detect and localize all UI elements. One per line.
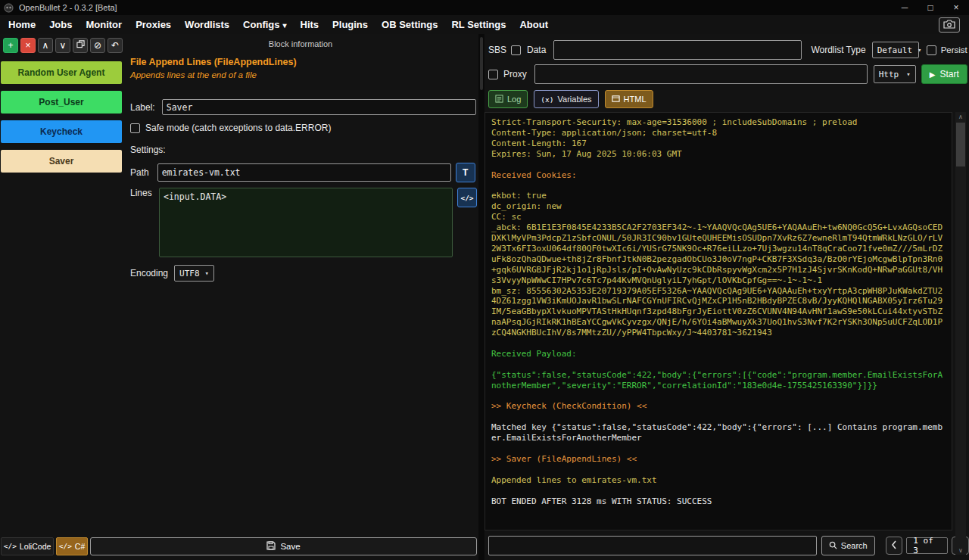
wordlist-type-label: Wordlist Type: [811, 45, 865, 55]
log-scrollbar[interactable]: ∧ ∨: [955, 112, 966, 555]
menu-item-ob-settings[interactable]: OB Settings: [375, 19, 444, 30]
proxy-label: Proxy: [503, 69, 527, 79]
sbs-checkbox[interactable]: [511, 45, 521, 55]
block-subtitle: Appends lines at the end of a file: [130, 70, 257, 79]
log-line: Appended lines to emirates-vm.txt: [491, 475, 946, 486]
search-button[interactable]: Search: [821, 536, 875, 555]
search-input[interactable]: [488, 536, 817, 555]
window-title: OpenBullet 2 - 0.3.2 [Beta]: [19, 3, 117, 12]
clone-block-button[interactable]: [73, 38, 88, 53]
panel-divider[interactable]: [478, 34, 484, 560]
minimize-button[interactable]: ─: [892, 0, 918, 15]
csharp-tab-label: C#: [75, 542, 85, 551]
code-mode-button[interactable]: </>: [457, 188, 477, 207]
chevron-down-icon: ▾: [283, 21, 287, 30]
menu-item-wordlists[interactable]: Wordlists: [178, 19, 236, 30]
stacker-block[interactable]: Saver: [1, 150, 122, 173]
search-icon: [829, 541, 837, 551]
debug-log[interactable]: Strict-Transport-Security: max-age=31536…: [484, 112, 952, 530]
clone-icon: [76, 40, 85, 51]
encoding-select[interactable]: UTF8 ▾: [174, 265, 214, 282]
screenshot-button[interactable]: [939, 17, 960, 33]
menu-item-rl-settings[interactable]: RL Settings: [444, 19, 513, 30]
menu-item-plugins[interactable]: Plugins: [326, 19, 375, 30]
scrollbar-thumb[interactable]: [956, 123, 965, 166]
proxy-type-select[interactable]: Http ▾: [874, 65, 916, 83]
wordlist-type-select[interactable]: Default ▾: [872, 42, 919, 58]
block-info-panel: Block information File Append Lines (Fil…: [123, 34, 478, 536]
lines-textarea[interactable]: <input.DATA>: [159, 188, 453, 257]
chevron-left-icon: [891, 539, 897, 552]
csharp-tab[interactable]: </> C#: [56, 537, 88, 555]
scroll-up-icon[interactable]: ∧: [955, 112, 966, 121]
app-window: OpenBullet 2 - 0.3.2 [Beta] ─ □ × HomeJo…: [0, 0, 969, 560]
undo-button[interactable]: ↶: [107, 38, 123, 53]
persist-log-checkbox[interactable]: [927, 45, 936, 55]
log-line: [491, 338, 946, 349]
log-line: >> Keycheck (CheckCondition) <<: [491, 401, 946, 412]
prev-page-button[interactable]: [886, 537, 903, 555]
log-line: {"status":false,"statusCode":422,"body":…: [491, 370, 946, 391]
menu-item-about[interactable]: About: [513, 19, 555, 30]
start-button[interactable]: ▶ Start: [921, 64, 967, 84]
stacker-block[interactable]: Post_User: [1, 91, 122, 114]
log-line: [491, 465, 946, 475]
persist-log-label: Persist log: [941, 45, 969, 54]
text-mode-button[interactable]: T: [456, 163, 475, 182]
variables-tab[interactable]: (x) Variables: [534, 90, 598, 108]
menu-item-configs[interactable]: Configs▾: [236, 19, 293, 30]
log-tab[interactable]: Log: [488, 90, 528, 108]
menu-item-proxies[interactable]: Proxies: [129, 19, 178, 30]
log-line: [491, 443, 946, 454]
log-line: Matched key {"status":false,"statusCode"…: [491, 422, 946, 443]
move-up-button[interactable]: ∧: [38, 38, 53, 53]
safe-mode-checkbox[interactable]: [130, 123, 140, 133]
block-information-header: Block information: [123, 39, 478, 48]
menu-item-jobs[interactable]: Jobs: [42, 19, 79, 30]
log-line: [491, 486, 946, 496]
log-line: >> Saver (FileAppendLines) <<: [491, 454, 946, 465]
log-line: ekbot: true: [491, 191, 946, 201]
stacker-blocks: Random User AgentPost_UserKeycheckSaver: [1, 61, 122, 173]
remove-block-button[interactable]: ×: [20, 38, 36, 53]
menu-item-hits[interactable]: Hits: [294, 19, 326, 30]
log-line: Strict-Transport-Security: max-age=31536…: [491, 117, 946, 128]
log-line: CC: sc: [491, 212, 946, 222]
proxy-input[interactable]: [534, 64, 868, 84]
debugger-panel: SBS Data Wordlist Type Default ▾ Persist…: [484, 34, 969, 560]
proxy-checkbox[interactable]: [488, 70, 498, 79]
label-field-label: Label:: [130, 102, 155, 113]
variables-icon: (x): [541, 95, 553, 104]
variables-tab-label: Variables: [558, 95, 592, 104]
lolicode-tab[interactable]: </> LoliCode: [1, 537, 54, 555]
log-icon: [495, 95, 503, 104]
html-tab[interactable]: HTML: [605, 90, 653, 108]
menu-item-home[interactable]: Home: [2, 19, 42, 30]
close-button[interactable]: ×: [943, 0, 969, 15]
menu-item-monitor[interactable]: Monitor: [79, 19, 129, 30]
block-title: File Append Lines (FileAppendLines): [130, 57, 297, 67]
block-label-input[interactable]: [162, 99, 476, 115]
log-line: BOT ENDED AFTER 3128 ms WITH STATUS: SUC…: [491, 496, 946, 507]
chevron-down-icon: ▾: [918, 46, 921, 54]
data-input[interactable]: [553, 40, 802, 60]
window-controls: ─ □ ×: [892, 0, 969, 15]
move-down-button[interactable]: ∨: [55, 38, 70, 53]
menubar-items: HomeJobsMonitorProxiesWordlistsConfigs▾H…: [2, 19, 555, 30]
lines-field-label: Lines: [130, 188, 153, 198]
log-line: Content-Type: application/json; charset=…: [491, 128, 946, 138]
safe-mode-label: Safe mode (catch exceptions to data.ERRO…: [145, 123, 331, 133]
path-input[interactable]: [157, 163, 451, 182]
stacker-block[interactable]: Random User Agent: [1, 61, 122, 84]
data-label: Data: [527, 45, 546, 55]
log-line: Received Payload:: [491, 349, 946, 359]
save-button[interactable]: Save: [90, 537, 477, 555]
stacker-toolbar: + × ∧ ∨ ⊘ ↶: [3, 38, 123, 53]
maximize-button[interactable]: □: [918, 0, 943, 15]
code-icon: </>: [59, 542, 72, 550]
add-block-button[interactable]: +: [3, 38, 18, 53]
disable-block-button[interactable]: ⊘: [90, 38, 105, 53]
stacker-block[interactable]: Keycheck: [1, 120, 122, 143]
sbs-label: SBS: [488, 45, 506, 55]
scroll-down-icon[interactable]: ∨: [955, 546, 966, 555]
